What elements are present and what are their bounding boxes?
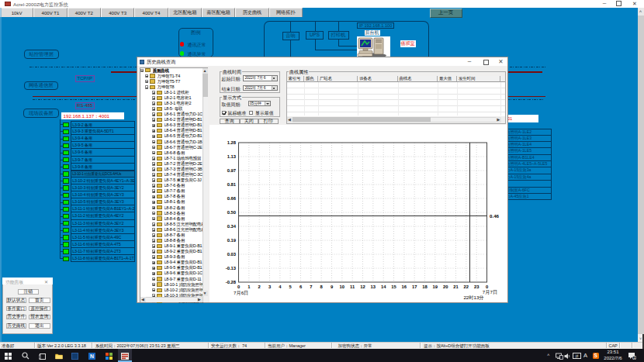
svg-text:0.34: 0.34 — [227, 224, 236, 229]
svg-text:0.46: 0.46 — [490, 213, 500, 219]
svg-text:14: 14 — [380, 284, 386, 289]
svg-text:17: 17 — [411, 284, 416, 289]
svg-text:20: 20 — [442, 284, 447, 289]
svg-text:22时13分: 22时13分 — [463, 295, 483, 300]
svg-text:1.13: 1.13 — [227, 154, 236, 159]
svg-text:15: 15 — [391, 284, 396, 289]
svg-text:7月6日: 7月6日 — [234, 290, 248, 296]
svg-text:2: 2 — [258, 284, 260, 289]
svg-text:-0.13: -0.13 — [225, 266, 236, 271]
svg-text:6: 6 — [299, 284, 302, 289]
svg-text:9: 9 — [330, 284, 333, 289]
svg-text:19: 19 — [432, 284, 438, 289]
svg-text:7月7日: 7月7日 — [482, 289, 497, 295]
svg-text:4: 4 — [279, 284, 282, 289]
svg-text:0.03: 0.03 — [227, 252, 236, 257]
svg-text:0.50: 0.50 — [227, 210, 235, 215]
svg-text:1.28: 1.28 — [227, 140, 236, 145]
svg-text:0.81: 0.81 — [227, 182, 236, 187]
svg-text:-0.28: -0.28 — [225, 280, 236, 284]
svg-text:11: 11 — [350, 284, 355, 289]
svg-text:22: 22 — [463, 284, 468, 289]
svg-text:3: 3 — [268, 284, 271, 289]
svg-text:12: 12 — [360, 284, 365, 289]
svg-text:16: 16 — [401, 284, 407, 289]
svg-text:0.66: 0.66 — [227, 196, 236, 201]
svg-text:13: 13 — [370, 284, 376, 289]
svg-text:1: 1 — [248, 284, 251, 289]
svg-text:21: 21 — [453, 284, 459, 289]
svg-text:0: 0 — [237, 284, 239, 289]
svg-text:23: 23 — [473, 284, 479, 289]
svg-text:8: 8 — [320, 284, 323, 289]
svg-text:18: 18 — [422, 284, 428, 289]
svg-text:7: 7 — [310, 284, 312, 289]
svg-text:5: 5 — [289, 284, 292, 289]
svg-text:0.97: 0.97 — [227, 168, 235, 173]
svg-text:10: 10 — [339, 284, 344, 289]
svg-text:0.19: 0.19 — [227, 238, 236, 243]
